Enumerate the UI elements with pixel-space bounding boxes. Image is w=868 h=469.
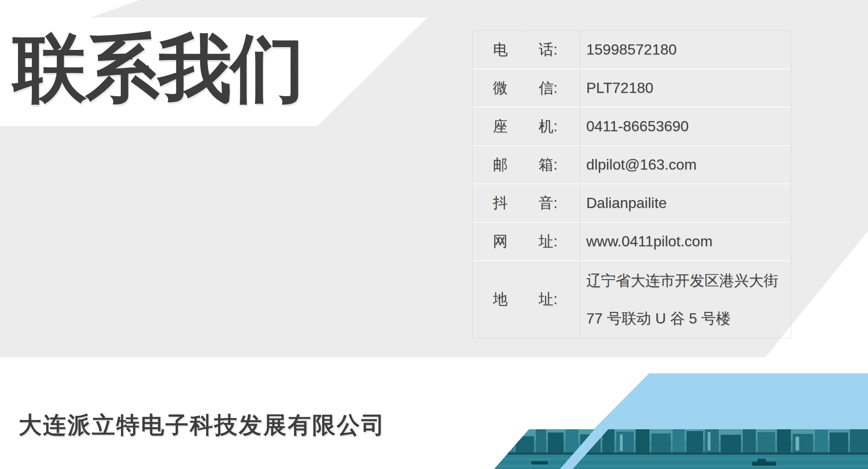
row-label: 抖 音:	[473, 184, 580, 222]
table-column-divider	[580, 31, 580, 338]
label-first-char: 网	[493, 231, 508, 252]
row-value: PLT72180	[580, 69, 791, 107]
row-value: 辽宁省大连市开发区港兴大街 77 号联动 U 谷 5 号楼	[580, 261, 791, 338]
label-second-char: 信:	[539, 78, 558, 98]
contact-table: 电 话: 15998572180 微 信: PLT72180 座 机: 0411…	[472, 30, 791, 338]
label-second-char: 箱:	[539, 155, 558, 175]
table-row-wechat: 微 信: PLT72180	[473, 69, 791, 108]
label-first-char: 电	[493, 40, 508, 60]
label-first-char: 微	[493, 78, 508, 98]
table-row-phone: 电 话: 15998572180	[473, 31, 791, 69]
label-second-char: 址:	[539, 289, 558, 310]
label-second-char: 址:	[539, 231, 558, 252]
label-first-char: 座	[493, 116, 508, 137]
row-value: dlpilot@163.com	[580, 146, 791, 183]
label-second-char: 音:	[539, 193, 558, 213]
table-row-douyin: 抖 音: Dalianpailite	[473, 184, 791, 223]
slide-canvas: 联系我们 电 话: 15998572180 微 信: PLT72180 座 机:…	[0, 0, 868, 469]
row-value: Dalianpailite	[580, 184, 791, 222]
address-line-1: 辽宁省大连市开发区港兴大街	[586, 262, 778, 299]
row-value: 0411-86653690	[580, 108, 791, 145]
row-label: 座 机:	[473, 108, 580, 145]
label-second-char: 机:	[539, 116, 558, 137]
row-label: 电 话:	[473, 31, 580, 68]
row-label: 微 信:	[473, 69, 580, 107]
row-label: 地 址:	[473, 261, 580, 338]
row-value: www.0411pilot.com	[580, 223, 791, 260]
table-row-landline: 座 机: 0411-86653690	[473, 108, 791, 146]
label-first-char: 地	[493, 289, 508, 310]
row-value: 15998572180	[580, 31, 791, 68]
page-title: 联系我们	[13, 31, 303, 105]
company-name: 大连派立特电子科技发展有限公司	[18, 410, 386, 441]
address-line-2: 77 号联动 U 谷 5 号楼	[586, 299, 731, 337]
table-row-website: 网 址: www.0411pilot.com	[473, 223, 791, 261]
label-second-char: 话:	[539, 40, 558, 60]
label-first-char: 邮	[493, 155, 508, 175]
label-first-char: 抖	[493, 193, 508, 213]
row-label: 邮 箱:	[473, 146, 580, 183]
table-row-address: 地 址: 辽宁省大连市开发区港兴大街 77 号联动 U 谷 5 号楼	[473, 261, 791, 338]
row-label: 网 址:	[473, 223, 580, 260]
table-row-email: 邮 箱: dlpilot@163.com	[473, 146, 791, 184]
